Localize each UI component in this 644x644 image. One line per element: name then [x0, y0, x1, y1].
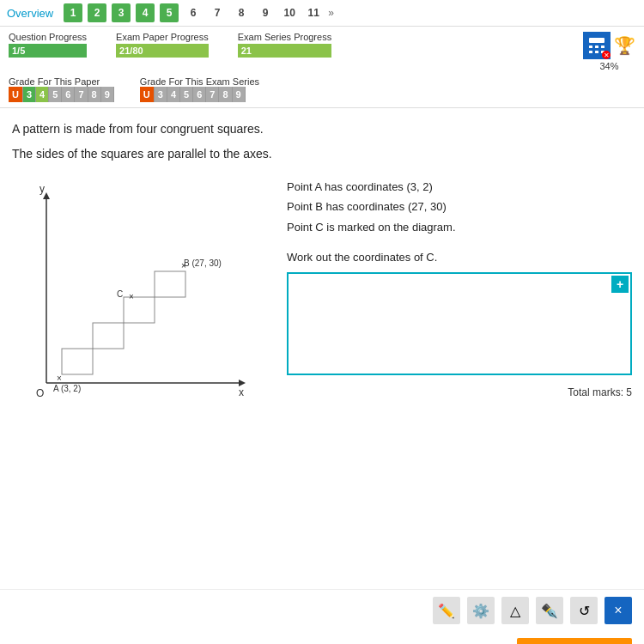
nav-num-7[interactable]: 7 — [208, 3, 227, 22]
icons-area: ✕ 🏆 34% — [583, 32, 635, 71]
exam-series-progress-value: 21 — [241, 46, 252, 56]
nav-num-2[interactable]: 2 — [88, 3, 106, 22]
tool-pencil[interactable]: ✏️ — [433, 597, 460, 624]
svg-text:O: O — [36, 387, 44, 399]
svg-rect-18 — [155, 271, 185, 297]
nav-num-1[interactable]: 1 — [64, 3, 82, 22]
question-line2: The sides of the squares are parallel to… — [12, 145, 632, 163]
content-row: y x O × A (3, 2) × B (27, 30) — [12, 177, 632, 420]
nav-num-3[interactable]: 3 — [112, 3, 131, 22]
diagram-svg: y x O × A (3, 2) × B (27, 30) — [12, 177, 252, 417]
icons-row: ✕ 🏆 — [583, 32, 635, 59]
svg-rect-2 — [589, 46, 592, 48]
nav-num-5[interactable]: 5 — [160, 3, 179, 22]
grade-paper-row: U 3 4 5 6 7 8 9 — [9, 87, 114, 102]
grade-series-group: Grade For This Exam Series U 3 4 5 6 7 8… — [140, 76, 259, 102]
submit-row: Submit Answer — [0, 631, 644, 644]
exam-paper-progress-value: 21/80 — [119, 46, 143, 56]
main-content: A pattern is made from four congruent sq… — [0, 108, 644, 589]
svg-text:y: y — [39, 183, 45, 195]
grade-series-cell-u: U — [140, 87, 155, 102]
tool-pen[interactable]: ✒️ — [536, 597, 563, 624]
exam-paper-progress-group: Exam Paper Progress 21/80 — [116, 32, 209, 58]
nav-num-8[interactable]: 8 — [232, 3, 251, 22]
svg-rect-6 — [595, 51, 598, 53]
nav-num-6[interactable]: 6 — [184, 3, 203, 22]
question-progress-bar: 1/5 — [9, 44, 87, 58]
answer-box-wrap: + — [287, 272, 632, 378]
svg-text:×: × — [57, 374, 62, 383]
grade-cell-u: U — [9, 87, 23, 102]
calculator-icon: ✕ — [583, 32, 611, 59]
grade-series-cell-6: 6 — [193, 87, 206, 102]
nav-num-10[interactable]: 10 — [280, 3, 299, 22]
exam-series-progress-label: Exam Series Progress — [238, 32, 331, 42]
label-c: C — [117, 289, 123, 299]
exam-series-progress-bar: 21 — [238, 44, 331, 58]
nav-num-4[interactable]: 4 — [136, 3, 155, 22]
grade-cell-7: 7 — [75, 87, 88, 102]
total-marks: Total marks: 5 — [287, 386, 632, 398]
grade-cell-9: 9 — [101, 87, 114, 102]
grade-series-cell-4: 4 — [167, 87, 180, 102]
grade-cell-8: 8 — [88, 87, 101, 102]
exam-series-progress-group: Exam Series Progress 21 — [238, 32, 331, 58]
diagram-area: y x O × A (3, 2) × B (27, 30) — [12, 177, 270, 420]
grade-rows: Grade For This Paper U 3 4 5 6 7 8 9 Gra… — [9, 76, 635, 102]
svg-rect-16 — [93, 323, 124, 349]
svg-rect-4 — [601, 46, 605, 48]
toolbar: ✏️ ⚙️ △ ✒️ ↺ × — [0, 589, 644, 631]
svg-rect-3 — [595, 46, 598, 48]
work-out-text: Work out the coordinates of C. — [287, 251, 632, 264]
exam-paper-progress-label: Exam Paper Progress — [116, 32, 209, 42]
nav-num-9[interactable]: 9 — [256, 3, 275, 22]
calc-x-badge: ✕ — [602, 51, 611, 59]
right-area: Point A has coordinates (3, 2) Point B h… — [287, 177, 632, 420]
answer-input[interactable] — [287, 272, 632, 375]
exam-paper-progress-bar: 21/80 — [116, 44, 209, 58]
svg-rect-1 — [589, 38, 605, 43]
grade-cell-3: 3 — [23, 87, 36, 102]
grade-series-cell-9: 9 — [233, 87, 246, 102]
grade-series-cell-5: 5 — [180, 87, 193, 102]
nav-more[interactable]: » — [328, 7, 334, 19]
grade-series-cell-7: 7 — [206, 87, 219, 102]
svg-marker-11 — [239, 380, 246, 386]
grade-paper-label: Grade For This Paper — [9, 76, 114, 87]
grade-series-cell-8: 8 — [219, 87, 232, 102]
tool-compass[interactable]: ⚙️ — [467, 597, 495, 624]
tool-shape[interactable]: △ — [501, 597, 529, 624]
grade-cell-5: 5 — [49, 87, 62, 102]
grade-paper-group: Grade For This Paper U 3 4 5 6 7 8 9 — [9, 76, 114, 102]
svg-text:x: x — [239, 386, 244, 398]
label-b: B (27, 30) — [184, 258, 222, 268]
submit-button[interactable]: Submit Answer — [517, 638, 632, 644]
tool-undo[interactable]: ↺ — [570, 597, 598, 624]
grade-cell-4: 4 — [36, 87, 49, 102]
svg-rect-15 — [62, 349, 93, 374]
point-c-text: Point C is marked on the diagram. — [287, 217, 632, 237]
tool-close[interactable]: × — [605, 597, 632, 624]
label-a: A (3, 2) — [53, 384, 81, 393]
coords-text: Point A has coordinates (3, 2) Point B h… — [287, 177, 632, 237]
svg-rect-5 — [589, 51, 592, 53]
grade-cell-6: 6 — [62, 87, 75, 102]
nav-num-11[interactable]: 11 — [304, 3, 323, 22]
nav-overview[interactable]: Overview — [7, 7, 53, 20]
trophy-icon: 🏆 — [614, 35, 635, 56]
grade-series-cell-3: 3 — [155, 87, 167, 102]
grade-series-row: U 3 4 5 6 7 8 9 — [140, 87, 259, 102]
grade-series-label: Grade For This Exam Series — [140, 76, 259, 87]
progress-section: Question Progress 1/5 Exam Paper Progres… — [0, 27, 644, 108]
plus-button[interactable]: + — [611, 276, 629, 293]
question-progress-group: Question Progress 1/5 — [9, 32, 87, 58]
top-nav: Overview 1 2 3 4 5 6 7 8 9 10 11 » — [0, 0, 644, 27]
question-progress-value: 1/5 — [12, 46, 25, 56]
point-b-text: Point B has coordinates (27, 30) — [287, 197, 632, 216]
question-progress-label: Question Progress — [9, 32, 87, 42]
percentage-label: 34% — [599, 61, 618, 71]
svg-text:×: × — [129, 292, 134, 301]
point-a-text: Point A has coordinates (3, 2) — [287, 177, 632, 197]
question-line1: A pattern is made from four congruent sq… — [12, 120, 632, 138]
